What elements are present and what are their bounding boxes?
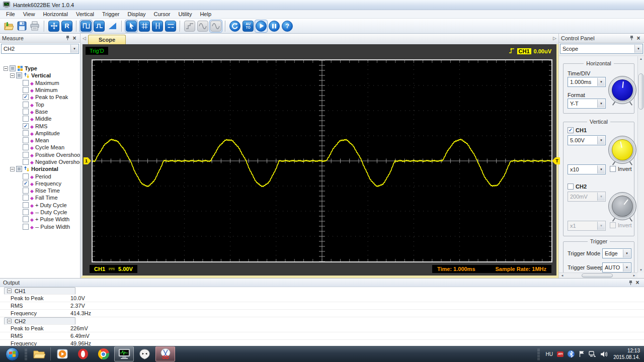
menu-utility[interactable]: Utility — [175, 11, 196, 18]
ramp-wave-button[interactable] — [106, 20, 118, 32]
checkbox[interactable] — [23, 123, 29, 129]
menu-help[interactable]: Help — [196, 11, 215, 18]
output-row-ch2-frequency[interactable]: Frequency49.96Hz — [0, 340, 644, 346]
measure-item-top[interactable]: ◆Top — [23, 101, 80, 108]
taskbar-explorer-icon[interactable] — [29, 346, 49, 361]
measure-tree-root[interactable]: Type — [4, 65, 80, 72]
collapse-icon[interactable] — [4, 66, 8, 71]
control-mode-select[interactable]: Scope — [560, 44, 643, 54]
open-button[interactable] — [3, 20, 15, 32]
taskbar-chrome-icon[interactable] — [94, 346, 113, 361]
checkbox[interactable] — [10, 65, 16, 71]
save-button[interactable] — [16, 20, 28, 32]
collapse-icon[interactable] — [7, 289, 12, 293]
collapse-icon[interactable] — [10, 167, 15, 171]
checkbox[interactable] — [23, 173, 29, 179]
output-row-ch2-peak-to-peak[interactable]: Peak to Peak226mV — [0, 325, 644, 332]
ati-icon[interactable]: ATI — [557, 351, 564, 357]
measure-group-vertical[interactable]: Vertical — [10, 72, 80, 79]
reference-wave-button[interactable]: R — [61, 20, 73, 32]
clock[interactable]: 12:13 2015.08.14. — [611, 347, 640, 360]
pin-icon[interactable] — [627, 279, 634, 286]
help-button[interactable]: ? — [281, 20, 293, 32]
bluetooth-icon[interactable] — [568, 350, 575, 357]
checkbox[interactable] — [23, 180, 29, 187]
checkbox[interactable] — [23, 80, 29, 86]
measure-item-middle[interactable]: ◆Middle — [23, 115, 80, 122]
tab-scope[interactable]: Scope — [88, 35, 126, 44]
scrollbar-thumb[interactable] — [582, 274, 613, 278]
measure-item-fall-time[interactable]: ◆Fall Time — [23, 194, 80, 201]
ch1-volts-select[interactable]: 5.00V — [568, 135, 606, 145]
checkbox[interactable] — [23, 102, 29, 108]
checkbox[interactable] — [23, 216, 29, 222]
close-icon[interactable] — [635, 35, 642, 42]
checkbox[interactable] — [23, 144, 29, 150]
tab-scroll-left-icon[interactable]: ◁ — [83, 36, 86, 41]
menu-trigger[interactable]: Trigger — [98, 11, 123, 18]
horizontal-position-knob[interactable] — [608, 76, 636, 104]
pointer-tool-button[interactable] — [125, 20, 137, 32]
taskbar-opera-icon[interactable] — [73, 346, 93, 361]
checkbox[interactable] — [23, 209, 29, 215]
trigger-level-marker[interactable]: T — [552, 157, 560, 164]
measure-item-pulse-width[interactable]: ◆+ Pulse Width — [23, 216, 80, 223]
checkbox[interactable] — [23, 202, 29, 208]
measure-item-frequency[interactable]: ◆Frequency — [23, 180, 80, 187]
checkbox[interactable] — [16, 166, 22, 172]
pin-icon[interactable] — [628, 35, 635, 42]
channel1-position-marker[interactable]: 1 — [84, 157, 91, 164]
output-row-ch1-rms[interactable]: RMS2.37V — [0, 302, 644, 310]
self-calibration-button[interactable] — [48, 20, 60, 32]
checkbox[interactable] — [23, 130, 29, 136]
taskbar-media-player-icon[interactable] — [52, 346, 72, 361]
output-row-ch2-rms[interactable]: RMS6.49mV — [0, 332, 644, 340]
format-select[interactable]: Y-T — [568, 99, 606, 109]
checkbox[interactable] — [23, 224, 29, 230]
horizontal-cursor-button[interactable] — [165, 20, 177, 32]
menu-file[interactable]: File — [2, 11, 19, 18]
volume-icon[interactable] — [600, 351, 607, 357]
measure-item-minimum[interactable]: ◆Minimum — [23, 86, 80, 94]
output-group-ch1[interactable]: CH1 — [4, 287, 75, 295]
measure-item-duty-cycle[interactable]: ◆+ Duty Cycle — [23, 202, 80, 209]
checkbox[interactable] — [23, 87, 29, 93]
trigger-mode-select[interactable]: Edge — [602, 248, 631, 258]
close-icon[interactable] — [634, 279, 641, 286]
tab-scroll-right-icon[interactable]: ▷ — [553, 36, 556, 41]
measure-item-cycle-mean[interactable]: ◆Cycle Mean — [23, 144, 80, 151]
measure-item-maximum[interactable]: ◆Maximum — [23, 79, 80, 86]
measure-group-horizontal[interactable]: Horizontal — [10, 165, 80, 172]
menu-display[interactable]: Display — [123, 11, 149, 18]
ch2-position-knob[interactable] — [608, 192, 636, 220]
checkbox[interactable] — [23, 195, 29, 201]
measure-item-duty-cycle[interactable]: ◆-- Duty Cycle — [23, 209, 80, 216]
output-row-ch1-peak-to-peak[interactable]: Peak to Peak10.0V — [0, 295, 644, 302]
measure-item-base[interactable]: ◆Base — [23, 108, 80, 115]
collapse-icon[interactable] — [10, 73, 15, 78]
vertical-scrollbar[interactable]: ▲ ▼ — [637, 56, 644, 273]
menu-view[interactable]: View — [19, 11, 39, 18]
collapse-icon[interactable] — [7, 319, 12, 323]
checkbox[interactable] — [23, 94, 29, 100]
square-wave-button[interactable] — [80, 20, 92, 32]
checkbox[interactable] — [23, 152, 29, 158]
measure-item-negative-overshoot[interactable]: ◆Negative Overshoot — [23, 158, 80, 165]
checkbox[interactable] — [16, 72, 22, 78]
ch1-enable-checkbox[interactable] — [568, 127, 574, 133]
print-button[interactable] — [29, 20, 41, 32]
pin-icon[interactable] — [64, 35, 71, 42]
pulse-wave-button[interactable] — [93, 20, 105, 32]
autoset-button[interactable]: AUTO — [242, 20, 254, 32]
language-indicator[interactable]: HU — [545, 351, 552, 357]
measure-item-pulse-width[interactable]: ◆-- Pulse Width — [23, 223, 80, 230]
cross-cursor-button[interactable] — [138, 20, 150, 32]
time-div-select[interactable]: 1.000ms — [568, 77, 606, 87]
refresh-button[interactable] — [229, 20, 241, 32]
ch1-invert-checkbox[interactable] — [610, 166, 616, 172]
scrollbar-thumb[interactable] — [638, 73, 643, 110]
trigger-sweep-select[interactable]: AUTO — [602, 262, 631, 273]
start-button[interactable] — [255, 20, 267, 32]
checkbox[interactable] — [23, 188, 29, 194]
measure-channel-select[interactable]: CH2 — [1, 44, 79, 54]
